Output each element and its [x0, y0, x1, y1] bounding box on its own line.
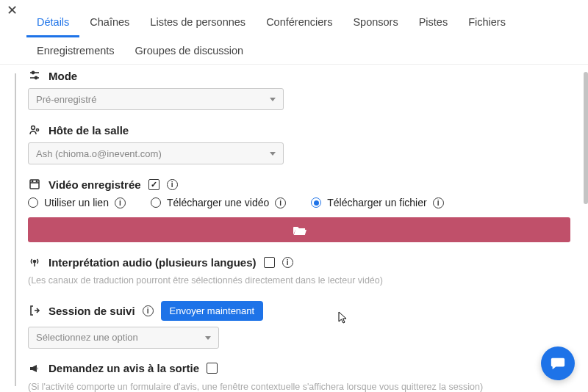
- tab-speakers[interactable]: Conférenciers: [256, 9, 343, 37]
- details-panel: Mode Pré-enregistré Hôte de la salle Ash…: [15, 65, 588, 392]
- svg-point-1: [32, 71, 34, 73]
- field-exit-review: Demandez un avis à la sortie (Si l'activ…: [28, 362, 570, 393]
- person-icon: [28, 123, 41, 137]
- exit-review-helper-text: (Si l'activité comporte un formulaire d'…: [28, 381, 570, 393]
- signout-icon: [28, 304, 41, 317]
- chat-icon: [550, 355, 566, 371]
- svg-point-9: [36, 181, 37, 181]
- audio-checkbox[interactable]: [264, 257, 275, 268]
- tab-people-lists[interactable]: Listes de personnes: [140, 9, 256, 37]
- exit-review-checkbox[interactable]: [207, 363, 218, 374]
- info-icon[interactable]: i: [167, 179, 178, 190]
- tab-files[interactable]: Fichiers: [458, 9, 516, 37]
- audio-helper-text: (Les canaux de traduction pourront être …: [28, 275, 570, 288]
- svg-point-5: [36, 128, 38, 131]
- mode-label: Mode: [49, 70, 77, 82]
- tab-details[interactable]: Détails: [26, 9, 79, 37]
- megaphone-icon: [28, 362, 41, 375]
- option-upload-file[interactable]: Télécharger un fichier i: [311, 197, 443, 208]
- recorded-video-label: Vidéo enregistrée: [49, 178, 141, 191]
- option-upload-video[interactable]: Télécharger une vidéo i: [151, 197, 286, 208]
- folder-open-icon: [293, 225, 306, 235]
- mode-select[interactable]: Pré-enregistré: [28, 88, 284, 110]
- tab-channels[interactable]: Chaînes: [79, 9, 140, 37]
- field-audio-interpretation: Interprétation audio (plusieurs langues)…: [28, 255, 570, 288]
- close-button[interactable]: ✕: [4, 3, 19, 18]
- tab-sponsors[interactable]: Sponsors: [343, 9, 408, 37]
- info-icon[interactable]: i: [115, 197, 126, 208]
- info-icon[interactable]: i: [282, 257, 293, 268]
- info-icon[interactable]: i: [433, 197, 444, 208]
- svg-point-3: [35, 76, 37, 79]
- info-icon[interactable]: i: [275, 197, 286, 208]
- recorded-video-options: Utiliser un lien i Télécharger une vidéo…: [28, 197, 570, 208]
- recorded-video-checkbox[interactable]: [148, 179, 159, 190]
- field-room-host: Hôte de la salle Ash (chioma.o@inevent.c…: [28, 123, 570, 164]
- svg-point-8: [32, 181, 32, 181]
- film-icon: [28, 178, 41, 191]
- tab-breakouts[interactable]: Groupes de discussion: [125, 37, 254, 64]
- chat-fab[interactable]: [541, 346, 575, 380]
- field-followup-session: Session de suivi i Envoyer maintenant Sé…: [28, 301, 570, 349]
- room-host-select[interactable]: Ash (chioma.o@inevent.com): [28, 142, 284, 164]
- radio-icon: [311, 197, 321, 208]
- radio-icon: [28, 197, 38, 208]
- svg-point-4: [32, 126, 35, 130]
- tab-tracks[interactable]: Pistes: [409, 9, 459, 37]
- followup-label: Session de suivi: [49, 305, 135, 317]
- audio-label: Interprétation audio (plusieurs langues): [49, 256, 257, 269]
- sliders-icon: [28, 69, 41, 82]
- tab-bar: Détails Chaînes Listes de personnes Conf…: [0, 4, 588, 65]
- radio-icon: [151, 197, 161, 208]
- followup-select[interactable]: Sélectionnez une option: [28, 327, 219, 349]
- tab-recordings[interactable]: Enregistrements: [26, 37, 125, 64]
- field-recorded-video: Vidéo enregistrée i Utiliser un lien i T…: [28, 178, 570, 242]
- info-icon[interactable]: i: [143, 305, 154, 316]
- option-use-link[interactable]: Utiliser un lien i: [28, 197, 126, 208]
- field-mode: Mode Pré-enregistré: [28, 69, 570, 110]
- room-host-label: Hôte de la salle: [49, 124, 129, 137]
- send-now-button[interactable]: Envoyer maintenant: [161, 301, 264, 321]
- broadcast-icon: [28, 255, 41, 269]
- scrollbar-thumb[interactable]: [584, 72, 588, 204]
- upload-file-button[interactable]: [28, 217, 570, 242]
- svg-point-10: [33, 260, 35, 262]
- exit-review-label: Demandez un avis à la sortie: [49, 362, 199, 374]
